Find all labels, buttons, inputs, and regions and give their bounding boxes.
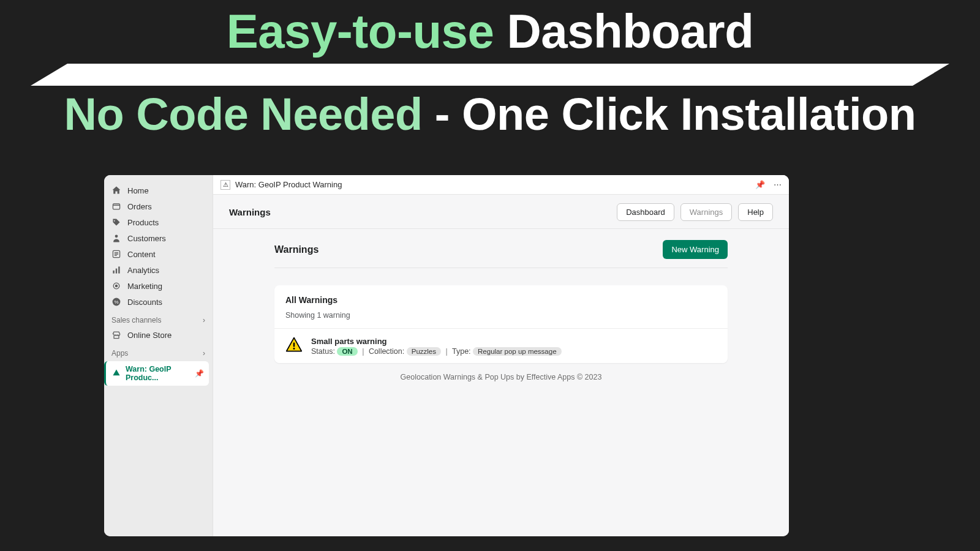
- sidebar-item-analytics[interactable]: Analytics: [104, 262, 213, 278]
- type-label: Type:: [452, 347, 471, 356]
- sidebar-item-content[interactable]: Content: [104, 246, 213, 262]
- warnings-card: All Warnings Showing 1 warning Small par…: [274, 285, 728, 363]
- app-logo-icon: ⚠: [221, 180, 230, 190]
- svg-rect-5: [118, 266, 119, 273]
- sidebar-item-label: Orders: [127, 202, 152, 211]
- chevron-right-icon: ›: [203, 349, 205, 358]
- sidebar-item-label: Customers: [127, 234, 166, 243]
- tab-warnings[interactable]: Warnings: [680, 203, 732, 221]
- hero-heading-2-accent: No Code Needed: [64, 89, 423, 140]
- footer-note: Geolocation Warnings & Pop Ups by Effect…: [274, 373, 728, 381]
- collection-badge: Puzzles: [407, 347, 441, 356]
- subheader: Warnings Dashboard Warnings Help: [213, 195, 789, 229]
- sidebar-item-label: Discounts: [127, 298, 162, 307]
- topbar: ⚠ Warn: GeoIP Product Warning 📌 ⋯: [213, 175, 789, 195]
- pin-icon[interactable]: 📌: [195, 369, 204, 378]
- content: Warnings New Warning All Warnings Showin…: [213, 229, 789, 381]
- more-icon[interactable]: ⋯: [774, 180, 782, 189]
- hero-heading-1-rest: Dashboard: [494, 4, 753, 58]
- status-label: Status:: [311, 347, 335, 356]
- card-header: All Warnings: [274, 285, 728, 307]
- svg-rect-0: [113, 204, 119, 209]
- tab-help[interactable]: Help: [738, 203, 773, 221]
- sidebar-item-label: Analytics: [127, 266, 159, 275]
- sidebar-section-label: Apps: [111, 349, 128, 358]
- sidebar-item-label: Products: [127, 218, 159, 227]
- svg-point-11: [293, 348, 295, 350]
- warning-row-body: Small parts warning Status: ON | Collect…: [311, 337, 562, 356]
- hero-heading-1: Easy-to-use Dashboard: [0, 7, 980, 55]
- sidebar-item-products[interactable]: Products: [104, 214, 213, 230]
- warning-meta: Status: ON | Collection: Puzzles | Type:…: [311, 347, 562, 356]
- hero-heading-2: No Code Needed - One Click Installation: [0, 92, 980, 137]
- page-title: Warnings: [274, 244, 318, 255]
- svg-rect-10: [293, 343, 295, 347]
- svg-point-1: [115, 234, 118, 238]
- topbar-title: Warn: GeoIP Product Warning: [235, 180, 342, 189]
- discount-icon: %: [111, 297, 121, 307]
- sidebar-item-orders[interactable]: Orders: [104, 198, 213, 214]
- store-icon: [111, 330, 121, 340]
- sidebar-item-marketing[interactable]: Marketing: [104, 278, 213, 294]
- type-badge: Regular pop up message: [473, 347, 562, 356]
- sidebar-app-active[interactable]: Warn: GeoIP Produc... 📌: [104, 361, 209, 386]
- content-icon: [111, 249, 121, 259]
- analytics-icon: [111, 265, 121, 275]
- sidebar-item-label: Content: [127, 250, 156, 259]
- app-window: Home Orders Products Customers Content A…: [104, 175, 789, 536]
- person-icon: [111, 233, 121, 243]
- hero: Easy-to-use Dashboard No Code Needed - O…: [0, 0, 980, 137]
- sidebar-item-online-store[interactable]: Online Store: [104, 327, 213, 343]
- orders-icon: [111, 201, 121, 211]
- collection-label: Collection:: [369, 347, 404, 356]
- subheader-title: Warnings: [229, 207, 271, 217]
- tag-icon: [111, 217, 121, 227]
- warning-triangle-icon: [285, 336, 303, 356]
- sidebar-app-label: Warn: GeoIP Produc...: [126, 365, 190, 382]
- sidebar-item-label: Online Store: [127, 331, 172, 340]
- sidebar-section-sales-channels[interactable]: Sales channels ›: [104, 310, 213, 327]
- sidebar-item-home[interactable]: Home: [104, 182, 213, 198]
- warning-icon: [112, 369, 121, 379]
- sidebar-item-customers[interactable]: Customers: [104, 230, 213, 246]
- status-badge: ON: [337, 347, 357, 356]
- hero-divider: [31, 64, 949, 86]
- main-panel: ⚠ Warn: GeoIP Product Warning 📌 ⋯ Warnin…: [213, 175, 789, 536]
- tab-dashboard[interactable]: Dashboard: [617, 203, 674, 221]
- svg-point-7: [115, 285, 117, 287]
- svg-rect-3: [113, 271, 114, 274]
- marketing-icon: [111, 281, 121, 291]
- warning-row[interactable]: Small parts warning Status: ON | Collect…: [274, 328, 728, 363]
- tabs: Dashboard Warnings Help: [617, 203, 773, 221]
- card-title: All Warnings: [285, 295, 717, 305]
- sidebar-section-apps[interactable]: Apps ›: [104, 343, 213, 360]
- card-subtitle: Showing 1 warning: [274, 307, 728, 328]
- sidebar-item-discounts[interactable]: % Discounts: [104, 294, 213, 310]
- sidebar-item-label: Marketing: [127, 282, 162, 291]
- chevron-right-icon: ›: [203, 316, 205, 324]
- hero-heading-1-accent: Easy-to-use: [227, 4, 494, 58]
- sidebar-section-label: Sales channels: [111, 316, 161, 324]
- page-title-row: Warnings New Warning: [274, 240, 728, 268]
- pin-icon[interactable]: 📌: [755, 180, 765, 189]
- hero-heading-2-rest: - One Click Installation: [423, 89, 916, 140]
- warning-title: Small parts warning: [311, 337, 562, 346]
- svg-text:%: %: [114, 299, 118, 305]
- sidebar: Home Orders Products Customers Content A…: [104, 175, 213, 536]
- home-icon: [111, 186, 121, 195]
- sidebar-item-label: Home: [127, 186, 149, 195]
- new-warning-button[interactable]: New Warning: [663, 240, 728, 259]
- svg-rect-4: [116, 269, 117, 274]
